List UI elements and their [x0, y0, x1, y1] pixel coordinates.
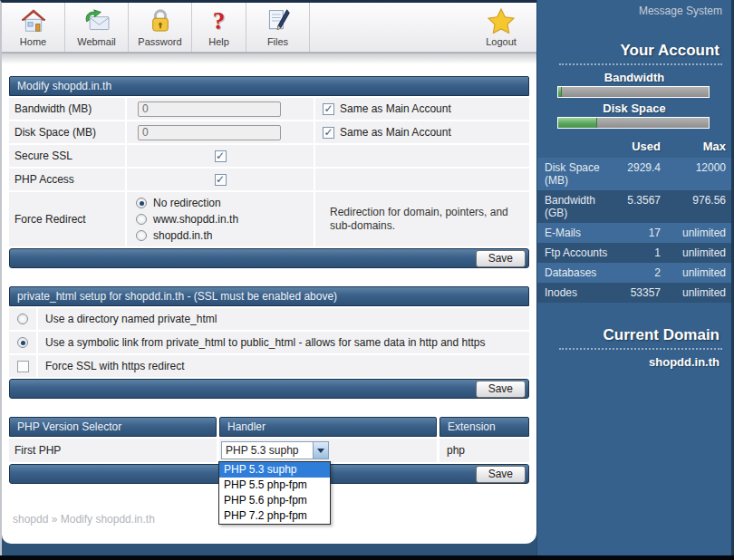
toolbar-shadow-strip — [2, 53, 536, 63]
usage-max: unlimited — [661, 246, 726, 259]
usage-row-inodes: Inodes 53357 unlimited — [537, 283, 731, 303]
toolbar-label-password: Password — [138, 36, 181, 47]
php-access-label: PHP Access — [9, 169, 125, 190]
files-icon — [266, 7, 291, 34]
toolbar-item-help[interactable]: ? Help — [192, 3, 246, 52]
toolbar-item-home[interactable]: Home — [2, 3, 65, 52]
private-html-panel: private_html setup for shopdd.in.th - (S… — [9, 286, 529, 399]
redirect-bare-radio[interactable] — [136, 230, 147, 241]
first-php-label: First PHP — [9, 439, 217, 462]
disk-input[interactable] — [138, 125, 281, 140]
private-html-symlink-label: Use a symbolic link from private_html to… — [38, 332, 529, 353]
force-ssl-row[interactable]: ✓ Force SSL with https redirect — [9, 355, 529, 377]
usage-max: unlimited — [661, 286, 726, 299]
private-html-symlink-row[interactable]: Use a symbolic link from private_html to… — [9, 332, 529, 353]
page-bottom-border — [0, 555, 734, 560]
select-arrow-icon[interactable] — [313, 442, 328, 459]
breadcrumb-parent-link[interactable]: shopdd — [13, 513, 48, 526]
usage-used: 53357 — [609, 286, 661, 299]
disk-space-progress-bar — [557, 117, 710, 129]
usage-label: Bandwidth (GB) — [545, 194, 609, 219]
first-php-row: First PHP PHP 5.3 suphp php — [9, 439, 529, 462]
redirect-option-www[interactable]: www.shopdd.in.th — [136, 213, 238, 226]
toolbar: Home Webmail — [2, 3, 536, 53]
password-lock-icon — [150, 7, 171, 34]
php-access-checkbox[interactable]: ✓ — [215, 174, 227, 186]
redirect-none-radio[interactable] — [136, 198, 147, 208]
usage-row-emails: E-Mails 17 unlimited — [537, 223, 731, 243]
bandwidth-same-label: Same as Main Account — [340, 102, 451, 115]
usage-label: Databases — [545, 266, 609, 279]
breadcrumb-current: Modify shopdd.in.th — [61, 513, 155, 526]
sidebar: Message System Your Account Bandwidth Di… — [536, 0, 734, 555]
page: Home Webmail — [0, 0, 734, 560]
usage-max: unlimited — [661, 227, 726, 239]
dropdown-option-php55[interactable]: PHP 5.5 php-fpm — [219, 478, 330, 493]
php-access-row: PHP Access ✓ — [9, 169, 529, 190]
ssl-checkbox[interactable]: ✓ — [215, 150, 227, 162]
disk-same-label: Same as Main Account — [340, 126, 451, 139]
redirect-bare-label: shopdd.in.th — [153, 229, 212, 242]
usage-used: 2 — [609, 266, 661, 279]
your-account-divider — [559, 63, 722, 65]
private-html-directory-label: Use a directory named private_html — [38, 308, 529, 330]
usage-used: 2929.4 — [609, 161, 661, 187]
dropdown-option-php53[interactable]: PHP 5.3 suphp — [219, 462, 330, 478]
php-extension-value: php — [439, 439, 529, 462]
toolbar-item-webmail[interactable]: Webmail — [65, 3, 129, 52]
toolbar-spacer — [310, 3, 466, 52]
private-html-directory-radio[interactable] — [17, 314, 28, 324]
force-ssl-label: Force SSL with https redirect — [38, 355, 529, 377]
max-header: Max — [661, 140, 726, 153]
modify-save-button[interactable]: Save — [476, 250, 526, 267]
current-domain-divider — [559, 348, 722, 350]
current-domain-value: shopdd.in.th — [537, 355, 731, 369]
php-save-button[interactable]: Save — [476, 466, 526, 483]
current-domain-title: Current Domain — [537, 326, 731, 344]
message-system-link[interactable]: Message System — [537, 0, 731, 22]
php-handler-header: Handler — [219, 417, 437, 437]
force-ssl-checkbox[interactable]: ✓ — [17, 361, 29, 372]
toolbar-label-help: Help — [208, 36, 229, 47]
private-html-symlink-radio[interactable] — [17, 337, 28, 348]
redirect-note: Redirection for domain, pointers, and su… — [323, 202, 529, 237]
toolbar-label-logout: Logout — [486, 36, 517, 47]
usage-label: Ftp Accounts — [545, 246, 609, 259]
usage-row-databases: Databases 2 unlimited — [537, 263, 731, 283]
bandwidth-progress-bar — [557, 86, 710, 98]
bandwidth-input[interactable] — [138, 101, 281, 117]
toolbar-item-files[interactable]: Files — [246, 3, 310, 52]
usage-row-bandwidth: Bandwidth (GB) 5.3567 976.56 — [537, 190, 731, 223]
dropdown-option-php56[interactable]: PHP 5.6 php-fpm — [219, 493, 330, 508]
toolbar-item-password[interactable]: Password — [129, 3, 192, 52]
private-html-save-button[interactable]: Save — [476, 381, 526, 398]
force-redirect-row: Force Redirect No redirection www.shopdd… — [9, 192, 529, 246]
disk-space-bar-label: Disk Space — [537, 101, 731, 115]
modify-panel-title: Modify shopdd.in.th — [9, 76, 529, 96]
used-header: Used — [609, 140, 661, 153]
usage-label: E-Mails — [545, 227, 609, 239]
redirect-option-none[interactable]: No redirection — [136, 197, 238, 209]
php-handler-dropdown-list: PHP 5.3 suphp PHP 5.5 php-fpm PHP 5.6 ph… — [218, 461, 331, 525]
private-html-directory-row[interactable]: Use a directory named private_html — [9, 308, 529, 330]
bandwidth-same-checkbox[interactable]: ✓ — [323, 103, 334, 115]
php-handler-selected-value: PHP 5.3 suphp — [222, 444, 313, 457]
redirect-option-bare[interactable]: shopdd.in.th — [136, 229, 238, 242]
content-card: Home Webmail — [2, 3, 536, 544]
usage-used: 1 — [609, 246, 661, 259]
bandwidth-row: Bandwidth (MB) ✓ Same as Main Account — [9, 98, 529, 120]
usage-table: Disk Space (MB) 2929.4 12000 Bandwidth (… — [537, 158, 731, 303]
bandwidth-bar-label: Bandwidth — [537, 71, 731, 84]
dropdown-option-php72[interactable]: PHP 7.2 php-fpm — [219, 508, 330, 524]
usage-max: unlimited — [661, 266, 726, 279]
redirect-www-radio[interactable] — [136, 214, 147, 225]
bandwidth-progress-fill — [558, 87, 562, 97]
disk-space-progress-fill — [558, 118, 597, 128]
php-handler-select[interactable]: PHP 5.3 suphp — [221, 441, 329, 459]
php-version-header-row: PHP Version Selector Handler Extension — [9, 417, 529, 437]
modify-save-bar: Save — [9, 248, 529, 268]
toolbar-item-logout[interactable]: Logout — [466, 3, 536, 52]
usage-max: 976.56 — [661, 194, 726, 219]
ssl-row: Secure SSL ✓ — [9, 145, 529, 167]
disk-same-checkbox[interactable]: ✓ — [323, 127, 334, 139]
